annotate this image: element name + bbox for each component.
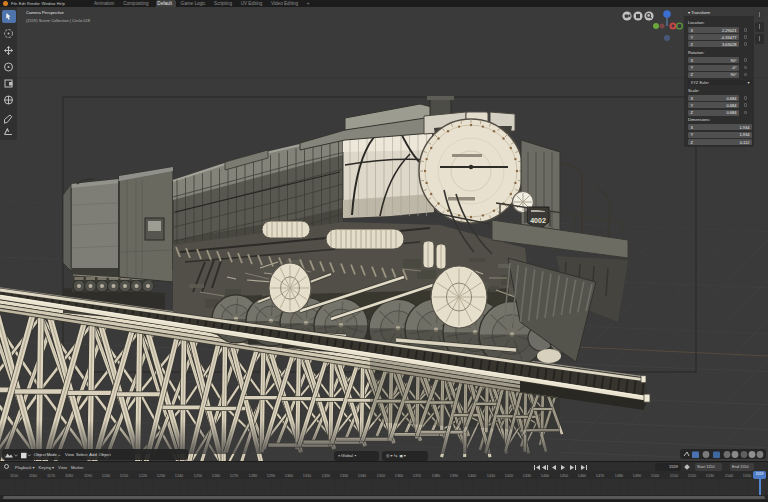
svg-text:4002: 4002 — [530, 217, 546, 224]
